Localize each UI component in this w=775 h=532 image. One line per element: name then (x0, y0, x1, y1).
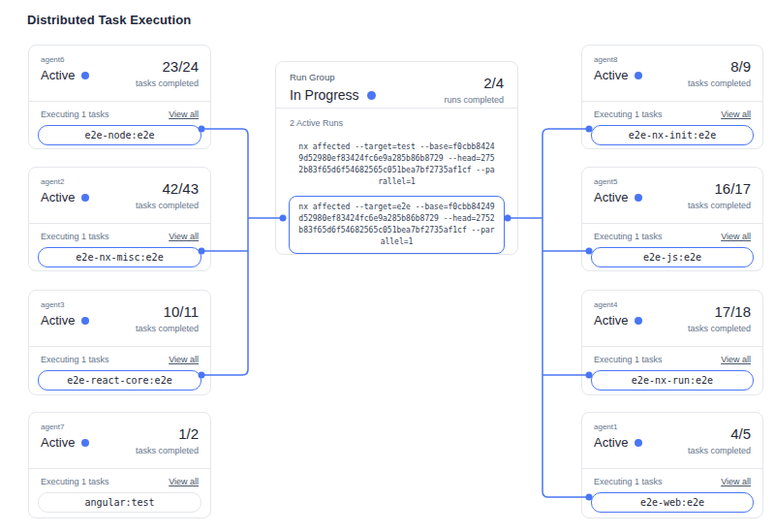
agent-id: agent7 (41, 422, 89, 431)
agent-header: agent5 Active 16/17 tasks completed (582, 168, 762, 223)
tasks-count: 1/2 (136, 425, 199, 442)
run-command[interactable]: nx affected --target=test --base=f0cbb84… (289, 139, 505, 191)
executing-tasks-label: Executing 1 tasks (594, 232, 663, 241)
agent-status-label: Active (41, 313, 75, 328)
agent-footer: Executing 1 tasks View all angular:test (29, 469, 210, 513)
tasks-count-label: tasks completed (136, 324, 199, 333)
status-dot-icon (635, 194, 642, 202)
view-all-link[interactable]: View all (169, 110, 199, 119)
status-dot-icon (81, 317, 89, 325)
agent-status-label: Active (41, 190, 75, 204)
status-dot-icon (81, 439, 89, 447)
agent-status-label: Active (594, 68, 628, 82)
agent-card-agent6: agent6 Active 23/24 tasks completed Exec… (28, 45, 211, 149)
agent-status-label: Active (41, 68, 75, 82)
run-group-header: Run Group In Progress 2/4 runs completed (276, 62, 517, 108)
task-name: angular:test (84, 497, 154, 508)
tasks-count: 23/24 (136, 58, 199, 75)
tasks-count: 4/5 (688, 425, 751, 442)
agent-id: agent1 (594, 422, 642, 431)
status-dot-icon (635, 317, 642, 325)
status-dot-icon (367, 91, 376, 100)
view-all-link[interactable]: View all (721, 110, 751, 119)
tasks-count: 17/18 (688, 303, 751, 320)
agent-id: agent8 (594, 55, 642, 64)
task-pill[interactable]: e2e-web:e2e (591, 492, 754, 513)
agent-header: agent1 Active 4/5 tasks completed (582, 413, 762, 468)
task-name: e2e-web:e2e (640, 497, 704, 508)
runs-count-label: runs completed (444, 95, 504, 105)
executing-tasks-label: Executing 1 tasks (41, 477, 109, 486)
task-name: e2e-nx-run:e2e (632, 375, 713, 386)
task-pill[interactable]: e2e-react-core:e2e (38, 370, 202, 391)
task-pill[interactable]: e2e-js:e2e (591, 247, 754, 267)
executing-tasks-label: Executing 1 tasks (594, 110, 663, 119)
agent-id: agent3 (41, 300, 89, 309)
executing-tasks-label: Executing 1 tasks (41, 355, 109, 364)
agent-header: agent7 Active 1/2 tasks completed (29, 413, 210, 468)
agent-footer: Executing 1 tasks View all e2e-web:e2e (582, 469, 762, 513)
task-pill[interactable]: e2e-nx-init:e2e (591, 125, 754, 145)
agent-footer: Executing 1 tasks View all e2e-node:e2e (29, 102, 210, 145)
status-dot-icon (81, 194, 89, 202)
view-all-link[interactable]: View all (169, 232, 199, 241)
agent-card-agent2: agent2 Active 42/43 tasks completed Exec… (28, 167, 211, 271)
tasks-count: 8/9 (688, 58, 751, 75)
run-group-card: Run Group In Progress 2/4 runs completed… (275, 61, 518, 255)
agent-footer: Executing 1 tasks View all e2e-nx-init:e… (582, 102, 762, 145)
view-all-link[interactable]: View all (169, 477, 199, 486)
active-runs-label: 2 Active Runs (290, 118, 504, 128)
task-name: e2e-node:e2e (84, 130, 154, 141)
executing-tasks-label: Executing 1 tasks (41, 110, 109, 119)
view-all-link[interactable]: View all (721, 232, 751, 241)
agent-id: agent4 (594, 300, 642, 309)
run-group-label: Run Group (290, 72, 376, 82)
tasks-count: 16/17 (688, 180, 751, 197)
task-name: e2e-react-core:e2e (67, 375, 171, 386)
agent-footer: Executing 1 tasks View all e2e-nx-misc:e… (29, 224, 210, 267)
agent-footer: Executing 1 tasks View all e2e-nx-run:e2… (582, 347, 762, 391)
agent-status-label: Active (594, 190, 628, 204)
tasks-count-label: tasks completed (688, 324, 751, 333)
run-group-status-label: In Progress (290, 87, 359, 103)
agent-footer: Executing 1 tasks View all e2e-react-cor… (29, 347, 210, 391)
tasks-count-label: tasks completed (136, 78, 199, 88)
task-name: e2e-nx-misc:e2e (76, 252, 163, 263)
agent-id: agent2 (41, 177, 89, 186)
view-all-link[interactable]: View all (721, 355, 751, 364)
status-dot-icon (81, 72, 89, 79)
agent-id: agent5 (594, 177, 642, 186)
task-pill[interactable]: e2e-nx-misc:e2e (38, 247, 202, 267)
agent-card-agent1: agent1 Active 4/5 tasks completed Execut… (581, 412, 763, 518)
task-name: e2e-js:e2e (643, 252, 701, 263)
agent-header: agent6 Active 23/24 tasks completed (29, 46, 210, 101)
view-all-link[interactable]: View all (169, 355, 199, 364)
agent-footer: Executing 1 tasks View all e2e-js:e2e (582, 224, 762, 267)
executing-tasks-label: Executing 1 tasks (594, 355, 663, 364)
agent-status-label: Active (41, 435, 75, 450)
tasks-count-label: tasks completed (136, 201, 199, 210)
tasks-count: 10/11 (136, 303, 199, 320)
run-group-body: 2 Active Runs nx affected --target=test … (276, 109, 517, 254)
task-pill[interactable]: e2e-nx-run:e2e (591, 370, 754, 391)
run-command-selected[interactable]: nx affected --target=e2e --base=f0cbb842… (289, 196, 505, 254)
task-pill[interactable]: angular:test (38, 492, 202, 513)
agent-card-agent3: agent3 Active 10/11 tasks completed Exec… (28, 290, 211, 395)
agent-header: agent2 Active 42/43 tasks completed (29, 168, 210, 223)
view-all-link[interactable]: View all (721, 477, 751, 486)
agent-card-agent5: agent5 Active 16/17 tasks completed Exec… (581, 167, 763, 271)
agent-header: agent8 Active 8/9 tasks completed (582, 46, 762, 101)
tasks-count-label: tasks completed (136, 446, 199, 455)
runs-count: 2/4 (444, 75, 504, 91)
distributed-task-execution-panel: Distributed Task Execution agent6 Active… (0, 0, 775, 532)
executing-tasks-label: Executing 1 tasks (41, 232, 109, 241)
agent-header: agent3 Active 10/11 tasks completed (29, 291, 210, 346)
task-pill[interactable]: e2e-node:e2e (38, 125, 202, 145)
agent-header: agent4 Active 17/18 tasks completed (582, 291, 762, 346)
tasks-count-label: tasks completed (688, 78, 751, 88)
agent-status-label: Active (594, 313, 628, 328)
tasks-count-label: tasks completed (688, 446, 751, 455)
page-title: Distributed Task Execution (27, 13, 191, 27)
tasks-count: 42/43 (136, 180, 199, 197)
agent-card-agent7: agent7 Active 1/2 tasks completed Execut… (28, 412, 211, 518)
